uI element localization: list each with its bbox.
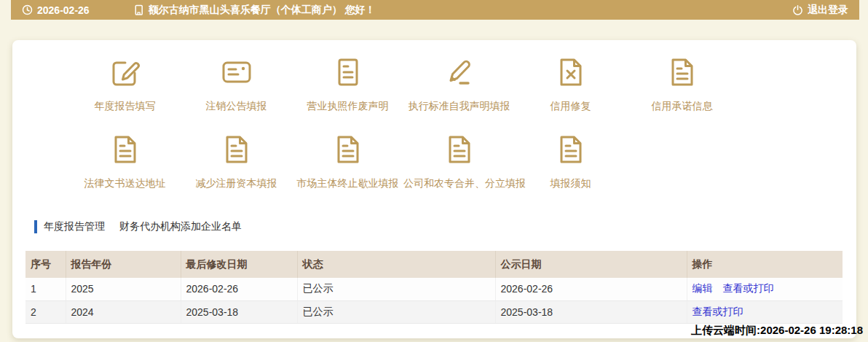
document-lines-icon (331, 79, 366, 92)
section-tabs: 年度报告管理 财务代办机构添加企业名单 (34, 220, 242, 233)
menu-item-filing-instructions[interactable]: 填报须知 (515, 132, 626, 190)
edit-square-icon (108, 79, 143, 92)
topbar: 2026-02-26 额尔古纳市黑山头喜乐餐厅（个体工商户） 您好！ 退出登录 (11, 0, 859, 20)
topbar-company: 额尔古纳市黑山头喜乐餐厅（个体工商户） 您好！ (133, 4, 376, 17)
cell-index: 2 (25, 300, 66, 323)
document-x-icon (553, 79, 588, 92)
pencil-icon (442, 79, 477, 92)
menu-item-label: 信用修复 (515, 99, 626, 113)
logout-label: 退出登录 (808, 4, 848, 17)
cell-year: 2024 (66, 300, 181, 323)
table-row: 2 2024 2025-03-18 已公示 2025-03-18 查看或打印 (25, 300, 843, 323)
main-panel: 年度报告填写 注销公告填报 营业执照作废声明 (12, 40, 856, 338)
menu-item-label: 信用承诺信息 (626, 99, 738, 113)
col-header-status: 状态 (297, 251, 495, 278)
menu-row-1: 年度报告填写 注销公告填报 营业执照作废声明 (12, 55, 856, 113)
document-folded-icon (108, 157, 143, 169)
menu-item-capital-reduction[interactable]: 减少注册资本填报 (181, 132, 292, 190)
menu-item-label: 法律文书送达地址 (69, 176, 181, 190)
table-row: 1 2025 2026-02-26 已公示 2026-02-26 编辑查看或打印 (25, 278, 843, 300)
cell-modified: 2026-02-26 (181, 278, 297, 300)
view-print-link[interactable]: 查看或打印 (723, 282, 774, 294)
menu-item-label: 年度报告填写 (69, 99, 181, 113)
topbar-date: 2026-02-26 (22, 4, 90, 16)
cell-modified: 2025-03-18 (181, 300, 297, 323)
cell-status: 已公示 (297, 300, 495, 323)
annual-report-table: 序号 报告年份 最后修改日期 状态 公示日期 操作 1 2025 2026-02… (25, 251, 843, 324)
logout-button[interactable]: 退出登录 (792, 4, 848, 17)
menu-row-2: 法律文书送达地址 减少注册资本填报 市场主体终止歇业填报 (12, 132, 856, 190)
document-folded-icon (553, 157, 588, 169)
col-header-modified: 最后修改日期 (181, 251, 297, 278)
clock-icon (22, 4, 33, 15)
menu-item-label: 减少注册资本填报 (181, 176, 292, 190)
menu-item-standard-declaration[interactable]: 执行标准自我声明填报 (403, 55, 515, 113)
tab-agency-enterprise-list[interactable]: 财务代办机构添加企业名单 (119, 220, 242, 233)
cell-index: 1 (25, 278, 66, 300)
menu-item-merger-division[interactable]: 公司和农专合并、分立填报 (403, 132, 515, 190)
document-folded-icon (665, 79, 700, 92)
menu-item-business-closure[interactable]: 市场主体终止歇业填报 (292, 132, 403, 190)
cell-year: 2025 (66, 278, 181, 300)
menu-item-label: 注销公告填报 (181, 99, 292, 113)
power-icon (792, 4, 803, 15)
menu-item-credit-commitment[interactable]: 信用承诺信息 (626, 55, 738, 113)
document-folded-icon (219, 157, 254, 169)
view-print-link[interactable]: 查看或打印 (693, 306, 743, 317)
topbar-date-text: 2026-02-26 (37, 4, 90, 16)
col-header-actions: 操作 (687, 251, 843, 278)
tab-annual-report-management[interactable]: 年度报告管理 (34, 220, 105, 233)
menu-item-cancellation-notice[interactable]: 注销公告填报 (181, 55, 292, 113)
menu-item-label: 填报须知 (515, 176, 626, 190)
building-icon (133, 4, 144, 16)
cell-published: 2025-03-18 (495, 300, 687, 323)
topbar-company-text: 额尔古纳市黑山头喜乐餐厅（个体工商户） 您好！ (149, 4, 376, 17)
menu-item-label: 公司和农专合并、分立填报 (403, 176, 515, 190)
menu-item-credit-repair[interactable]: 信用修复 (515, 55, 626, 113)
menu-item-license-void[interactable]: 营业执照作废声明 (292, 55, 403, 113)
document-folded-icon (331, 157, 366, 169)
cell-actions: 编辑查看或打印 (687, 278, 843, 300)
menu-item-label: 营业执照作废声明 (292, 99, 403, 113)
table-header-row: 序号 报告年份 最后修改日期 状态 公示日期 操作 (25, 251, 843, 278)
menu-item-label: 市场主体终止歇业填报 (292, 176, 403, 190)
menu-item-annual-report-fill[interactable]: 年度报告填写 (69, 55, 181, 113)
menu-item-legal-doc-address[interactable]: 法律文书送达地址 (69, 132, 181, 190)
announcement-card-icon (219, 79, 254, 92)
cell-published: 2026-02-26 (495, 278, 687, 300)
cell-actions: 查看或打印 (687, 300, 843, 323)
col-header-index: 序号 (25, 251, 66, 278)
menu-item-label: 执行标准自我声明填报 (403, 99, 515, 113)
col-header-year: 报告年份 (66, 251, 181, 278)
cell-status: 已公示 (297, 278, 495, 300)
upload-cloud-timestamp: 上传云端时间:2026-02-26 19:28:18 (691, 324, 863, 338)
edit-link[interactable]: 编辑 (693, 282, 713, 294)
document-folded-icon (442, 157, 477, 169)
col-header-published: 公示日期 (495, 251, 687, 278)
